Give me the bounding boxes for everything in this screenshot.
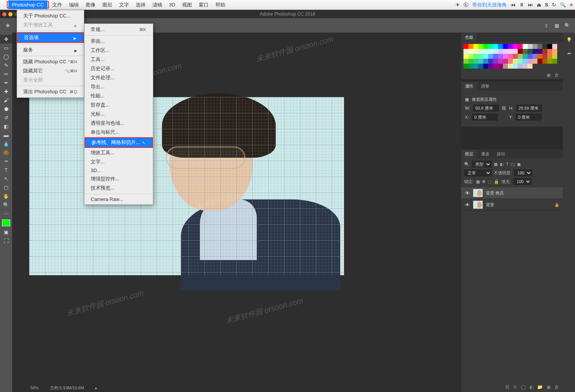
gradient-tool[interactable]: ▬ [0, 131, 12, 140]
move-tool-icon[interactable]: ✥ [4, 22, 11, 29]
zoom-level[interactable]: 50% [30, 386, 39, 390]
swatch[interactable] [488, 59, 493, 64]
filter-pixel-icon[interactable]: ▦ [494, 162, 498, 167]
swatch[interactable] [528, 59, 533, 64]
pref-guides-grid-item[interactable]: 参考线、网格和切片...↖ [85, 138, 152, 147]
pause-icon[interactable]: ⏸ [519, 2, 524, 8]
swatch[interactable] [488, 44, 493, 49]
opacity-select[interactable]: 100% [514, 169, 532, 176]
link-wh-icon[interactable]: ⛓ [502, 106, 506, 110]
blend-mode-select[interactable]: 正常 [464, 169, 492, 176]
swatch[interactable] [493, 49, 498, 54]
swatch[interactable] [468, 54, 473, 59]
swatch[interactable] [468, 44, 473, 49]
doc-info[interactable]: 文档:5.93M/10.6M [50, 385, 84, 391]
new-layer-icon[interactable]: ▣ [547, 384, 551, 390]
share-icon[interactable]: ⇪ [542, 22, 550, 29]
pref-transparency-item[interactable]: 透明度与色域... [85, 119, 153, 128]
swatch[interactable] [508, 44, 513, 49]
swatch[interactable] [468, 59, 473, 64]
swatches-tab[interactable]: 色板 [461, 33, 477, 42]
hide-ps-item[interactable]: 隐藏 Photoshop CC^⌘H [17, 57, 84, 66]
swatch[interactable] [503, 59, 508, 64]
swatch[interactable] [483, 44, 488, 49]
swatch[interactable] [473, 59, 478, 64]
swatch[interactable] [473, 54, 478, 59]
layer-name[interactable]: 背景 [486, 202, 494, 208]
lock-artboard-icon[interactable]: ⬚ [488, 179, 492, 184]
swatch[interactable] [518, 44, 523, 49]
s-icon[interactable]: S [545, 2, 548, 8]
swatch[interactable] [547, 59, 552, 64]
swatch[interactable] [528, 44, 533, 49]
swatch[interactable] [542, 44, 547, 49]
layer-mask-icon[interactable]: ◯ [521, 384, 526, 390]
marquee-tool[interactable]: ▭ [0, 44, 12, 52]
lock-pixels-icon[interactable]: ▦ [476, 179, 480, 184]
swatch[interactable] [473, 44, 478, 49]
document-canvas[interactable] [29, 97, 344, 275]
swatch[interactable] [468, 49, 473, 54]
swatch[interactable] [537, 54, 542, 59]
swatch[interactable] [542, 59, 547, 64]
swatch[interactable] [493, 59, 498, 64]
edit-toolbar[interactable]: ⋯ [0, 209, 12, 218]
libraries-icon[interactable]: ☁ [567, 50, 571, 55]
properties-tab[interactable]: 属性 [461, 82, 477, 91]
swatch[interactable] [508, 64, 513, 69]
swatch[interactable] [523, 54, 528, 59]
swatch[interactable] [463, 64, 468, 69]
link-layers-icon[interactable]: ⛓ [505, 384, 510, 390]
pref-scratch-item[interactable]: 暂存盘... [85, 100, 153, 110]
swatch[interactable] [503, 64, 508, 69]
app-menu[interactable]: Photoshop CC [8, 0, 47, 9]
next-icon[interactable]: ⏭ [528, 2, 533, 8]
pref-interface-item[interactable]: 界面... [85, 37, 153, 46]
menu-view[interactable]: 视图 [179, 0, 195, 10]
swatch[interactable] [468, 64, 473, 69]
menu-3d[interactable]: 3D [166, 0, 179, 9]
swatch[interactable] [528, 54, 533, 59]
swatch[interactable] [528, 49, 533, 54]
workspace-icon[interactable]: ▦ [553, 22, 561, 29]
lock-all-icon[interactable]: 🔒 [494, 179, 499, 184]
swatch[interactable] [508, 49, 513, 54]
swatch[interactable] [542, 54, 547, 59]
swatch[interactable] [498, 64, 503, 69]
lasso-tool[interactable]: ◯ [0, 52, 12, 61]
swatch[interactable] [518, 64, 523, 69]
blur-tool[interactable]: 💧 [0, 140, 12, 148]
filter-shape-icon[interactable]: ▢ [511, 162, 515, 167]
menu-select[interactable]: 选择 [132, 0, 149, 10]
quickmask-tool[interactable]: ▣ [0, 228, 12, 237]
swatch[interactable] [533, 59, 537, 64]
zoom-tool[interactable]: 🔍 [0, 201, 12, 209]
swatch[interactable] [478, 59, 483, 64]
menu-file[interactable]: 文件 [49, 0, 66, 10]
swatch[interactable] [547, 54, 552, 59]
swatch[interactable] [518, 59, 523, 64]
shape-tool[interactable]: ▢ [0, 183, 12, 192]
swatch[interactable] [552, 49, 557, 54]
search-icon[interactable]: 🔍 [560, 2, 566, 8]
eraser-tool[interactable]: ◧ [0, 122, 12, 131]
pref-workspace-item[interactable]: 工作区... [85, 46, 153, 55]
swatch[interactable] [503, 54, 508, 59]
move-tool[interactable]: ✥ [0, 35, 12, 44]
swatch[interactable] [483, 49, 488, 54]
pref-techpreview-item[interactable]: 技术预览... [85, 183, 153, 193]
eyedropper-tool[interactable]: ✒ [0, 78, 12, 87]
path-tool[interactable]: ↖ [0, 174, 12, 183]
menu-filter[interactable]: 滤镜 [149, 0, 166, 10]
history-brush-tool[interactable]: ↺ [0, 113, 12, 122]
layer-thumbnail[interactable] [473, 201, 483, 209]
swatch[interactable] [513, 44, 518, 49]
swatch[interactable] [528, 64, 533, 69]
menu-edit[interactable]: 编辑 [66, 0, 82, 10]
menu-help[interactable]: 帮助 [212, 0, 229, 10]
swatch[interactable] [533, 44, 537, 49]
swatch[interactable] [463, 54, 468, 59]
pref-filehandling-item[interactable]: 文件处理... [85, 73, 153, 82]
swatch[interactable] [523, 49, 528, 54]
swatch[interactable] [488, 64, 493, 69]
